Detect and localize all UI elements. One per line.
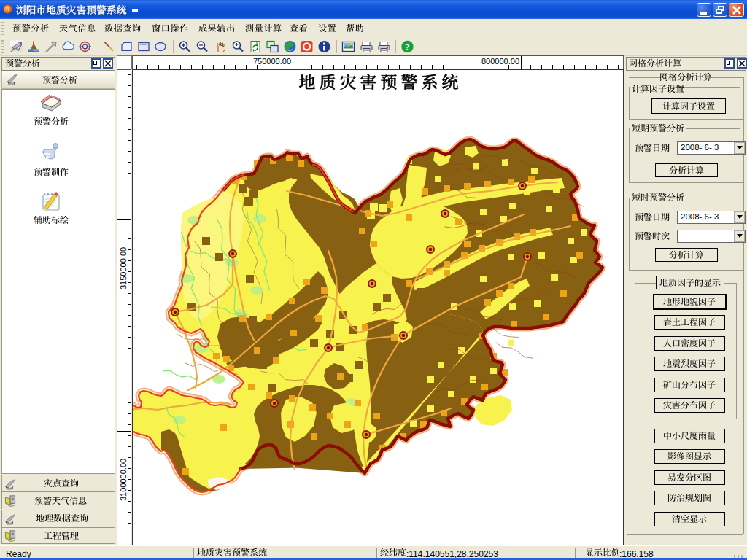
svg-text:?: ?: [405, 42, 410, 52]
